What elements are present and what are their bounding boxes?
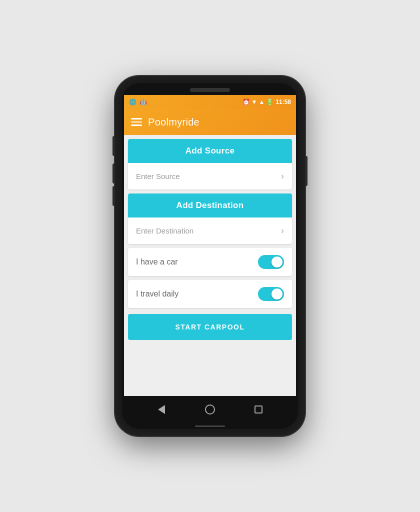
travel-daily-label: I travel daily — [136, 290, 178, 298]
home-bar — [195, 426, 225, 427]
home-icon — [205, 404, 215, 414]
have-car-label: I have a car — [136, 258, 178, 266]
destination-card-body[interactable]: Enter Destination › — [128, 218, 292, 244]
source-header-text: Add Source — [186, 146, 234, 156]
home-indicator — [122, 423, 298, 429]
travel-daily-card: I travel daily — [128, 280, 292, 308]
battery-icon: 🔋 — [266, 98, 274, 106]
status-bar-right: ⏰ ▼ ▲ 🔋 11:58 — [242, 98, 291, 106]
source-placeholder: Enter Source — [136, 172, 180, 180]
have-car-card: I have a car — [128, 248, 292, 276]
start-carpool-label: START CARPOOL — [175, 323, 244, 331]
hamburger-menu-icon[interactable] — [131, 118, 142, 126]
android-icon: 🤖 — [140, 98, 147, 106]
status-bar: 🌐 🤖 ⏰ ▼ ▲ 🔋 11:58 — [124, 95, 296, 109]
time-display: 11:58 — [276, 98, 291, 106]
globe-icon: 🌐 — [129, 98, 136, 106]
back-icon — [158, 405, 165, 414]
alarm-icon: ⏰ — [242, 98, 250, 106]
source-card-body[interactable]: Enter Source › — [128, 163, 292, 190]
signal-icon: ▲ — [258, 98, 264, 106]
scene: 🌐 🤖 ⏰ ▼ ▲ 🔋 11:58 — [0, 0, 420, 512]
destination-card-header: Add Destination — [128, 194, 292, 218]
destination-chevron-icon: › — [281, 226, 284, 236]
status-icons-group: ⏰ ▼ ▲ 🔋 — [242, 98, 274, 106]
app-title: Poolmyride — [148, 116, 200, 128]
have-car-toggle[interactable] — [258, 255, 284, 269]
source-card-header: Add Source — [128, 139, 292, 163]
back-button[interactable] — [152, 400, 170, 418]
recents-button[interactable] — [250, 400, 268, 418]
destination-card: Add Destination Enter Destination › — [128, 194, 292, 244]
recents-icon — [254, 406, 262, 414]
status-bar-left: 🌐 🤖 — [129, 98, 147, 106]
main-content: Add Source Enter Source › Add Destinatio… — [124, 135, 296, 396]
destination-placeholder: Enter Destination — [136, 226, 194, 235]
start-carpool-button[interactable]: START CARPOOL — [128, 314, 292, 340]
bottom-nav — [122, 396, 298, 423]
destination-header-text: Add Destination — [176, 200, 244, 210]
phone-inner: 🌐 🤖 ⏰ ▼ ▲ 🔋 11:58 — [122, 83, 298, 429]
speaker — [190, 88, 230, 92]
phone-shell: 🌐 🤖 ⏰ ▼ ▲ 🔋 11:58 — [115, 76, 305, 436]
home-button[interactable] — [201, 400, 219, 418]
app-bar: Poolmyride — [124, 109, 296, 135]
source-chevron-icon: › — [281, 171, 284, 182]
travel-daily-toggle[interactable] — [258, 287, 284, 301]
screen: 🌐 🤖 ⏰ ▼ ▲ 🔋 11:58 — [124, 95, 296, 396]
wifi-icon: ▼ — [252, 98, 258, 106]
source-card: Add Source Enter Source › — [128, 139, 292, 190]
